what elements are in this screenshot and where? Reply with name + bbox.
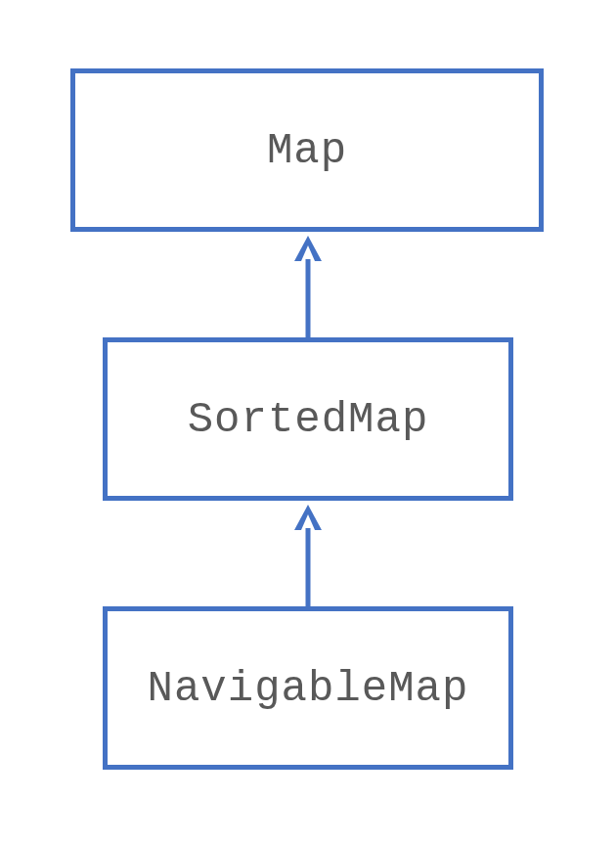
- arrow-navigablemap-to-sortedmap: [306, 528, 311, 606]
- node-map: Map: [70, 68, 544, 232]
- node-map-label: Map: [267, 126, 347, 175]
- arrow-navigablemap-to-sortedmap-head: [294, 505, 322, 530]
- arrow-sortedmap-to-map-head: [294, 236, 322, 261]
- arrow-sortedmap-to-map: [306, 259, 311, 337]
- node-navigablemap: NavigableMap: [103, 606, 513, 770]
- node-navigablemap-label: NavigableMap: [148, 664, 469, 713]
- node-sortedmap-label: SortedMap: [188, 395, 429, 444]
- node-sortedmap: SortedMap: [103, 337, 513, 501]
